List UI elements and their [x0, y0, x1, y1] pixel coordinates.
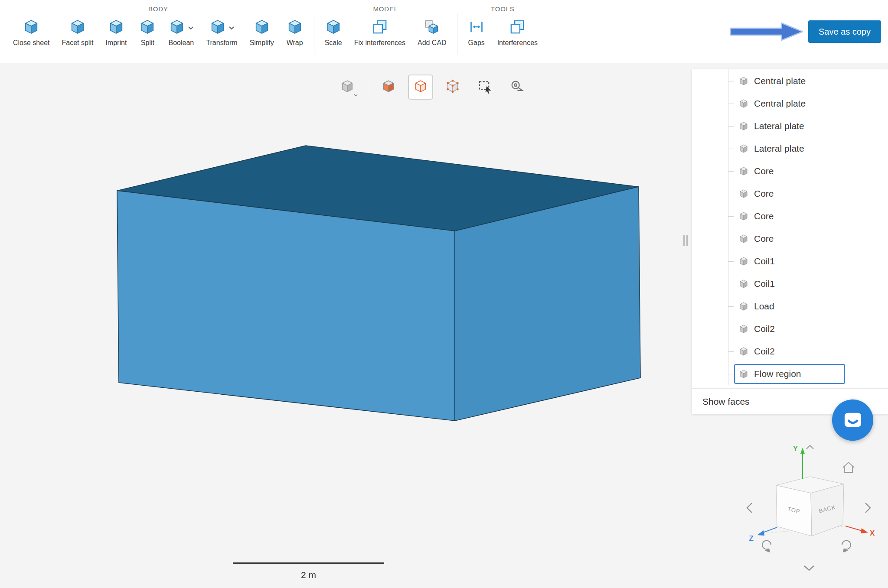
- tree-connector: [728, 284, 734, 284]
- fix-interferences-icon: [371, 18, 388, 37]
- z-axis: Z: [749, 527, 777, 543]
- tree-list: Central plateCentral plateLateral plateL…: [692, 70, 888, 385]
- save-as-copy-button[interactable]: Save as copy: [808, 20, 881, 43]
- view-navigation-gizmo[interactable]: TOP BACK Y X Z: [737, 435, 880, 578]
- chevron-down-icon[interactable]: [354, 94, 358, 97]
- toolbar-button-facet-split[interactable]: Facet split: [56, 16, 100, 49]
- tree-item-coil1[interactable]: Coil1: [692, 273, 888, 295]
- roll-cw-button[interactable]: [842, 540, 851, 552]
- body-cube-icon: [738, 76, 749, 86]
- chat-launcher-button[interactable]: [832, 400, 873, 441]
- tree-item-core[interactable]: Core: [692, 160, 888, 182]
- tree-connector: [728, 261, 734, 262]
- select-bodies-tool[interactable]: [335, 75, 360, 100]
- selection-mode-toolbar: [335, 75, 529, 100]
- tree-item-core[interactable]: Core: [692, 182, 888, 205]
- toolbar-separator: [457, 13, 457, 55]
- tree-item-coil1[interactable]: Coil1: [692, 250, 888, 273]
- toolbar-button-simplify[interactable]: Simplify: [244, 16, 280, 49]
- select-edges-tool[interactable]: [408, 75, 433, 100]
- toolbar-button-add-cad[interactable]: Add CAD: [411, 16, 453, 49]
- main-toolbar: BODYClose sheetFacet splitImprintSplitBo…: [0, 0, 888, 63]
- scale-bar-label: 2 m: [233, 570, 384, 580]
- simplify-icon: [253, 18, 271, 37]
- tree-connector: [728, 194, 734, 194]
- toolbar-button-split[interactable]: Split: [133, 16, 162, 49]
- roll-ccw-button[interactable]: [762, 540, 771, 552]
- toolbar-button-close-sheet[interactable]: Close sheet: [7, 16, 56, 49]
- measure-icon: [509, 79, 524, 95]
- facet-split-icon: [69, 18, 86, 37]
- wrap-icon: [286, 18, 304, 37]
- tree-connector: [728, 216, 734, 217]
- chevron-down-icon[interactable]: [229, 26, 235, 30]
- tree-connector: [728, 104, 734, 104]
- tree-item-lateral-plate[interactable]: Lateral plate: [692, 137, 888, 160]
- tree-item-core[interactable]: Core: [692, 205, 888, 227]
- body-cube-icon: [738, 188, 749, 199]
- select-edges-icon: [413, 79, 428, 95]
- panel-resize-handle[interactable]: [683, 235, 688, 246]
- home-view-button[interactable]: [843, 462, 854, 472]
- rotate-up-chevron[interactable]: [806, 445, 813, 449]
- toolbar-button-imprint[interactable]: Imprint: [99, 16, 133, 49]
- rotate-down-chevron[interactable]: [804, 566, 814, 570]
- body-cube-icon: [738, 301, 749, 312]
- x-axis: X: [846, 526, 875, 537]
- show-faces-label: Show faces: [702, 396, 750, 407]
- select-faces-icon: [381, 79, 396, 95]
- y-axis: Y: [793, 445, 805, 479]
- toolbar-group-label: BODY: [7, 5, 310, 16]
- scene-tree-panel: Central plateCentral plateLateral plateL…: [692, 69, 888, 414]
- rotate-left-chevron[interactable]: [747, 503, 752, 513]
- toolbar-group-model: MODELScaleFix interferencesAdd CAD: [319, 0, 453, 63]
- toolbar-button-gaps[interactable]: Gaps: [462, 16, 491, 49]
- select-bodies-icon: [340, 79, 355, 95]
- body-cube-icon: [738, 324, 749, 334]
- toolbar-right: Save as copy: [730, 20, 881, 43]
- toolbar-button-boolean[interactable]: Boolean: [162, 16, 200, 49]
- toolbar-group-label: TOOLS: [462, 5, 544, 16]
- toolbar-button-fix-interferences[interactable]: Fix interferences: [348, 16, 411, 49]
- scale-icon: [325, 18, 342, 37]
- select-vertices-tool[interactable]: [440, 75, 465, 100]
- box-select-tool[interactable]: [472, 75, 497, 100]
- y-axis-label: Y: [793, 445, 798, 453]
- body-cube-icon: [738, 346, 749, 357]
- tree-item-flow-region[interactable]: Flow region: [692, 363, 888, 385]
- annotation-arrow-icon: [730, 22, 804, 42]
- toolbar-button-transform[interactable]: Transform: [200, 16, 243, 49]
- tree-item-coil2[interactable]: Coil2: [692, 318, 888, 340]
- chevron-down-icon[interactable]: [188, 26, 194, 30]
- toolbar-group-label: MODEL: [319, 5, 453, 16]
- body-cube-icon: [738, 143, 749, 154]
- tree-item-central-plate[interactable]: Central plate: [692, 92, 888, 115]
- toolbar-button-interferences[interactable]: Interferences: [491, 16, 544, 49]
- tree-item-coil2[interactable]: Coil2: [692, 340, 888, 363]
- tree-item-lateral-plate[interactable]: Lateral plate: [692, 115, 888, 137]
- rotate-right-chevron[interactable]: [865, 503, 870, 513]
- scale-bar-line: [233, 562, 384, 564]
- body-cube-icon: [738, 211, 749, 221]
- toolbar-button-scale[interactable]: Scale: [319, 16, 348, 49]
- tree-item-core[interactable]: Core: [692, 227, 888, 250]
- toolbar-group-tools: TOOLSGapsInterferences: [462, 0, 544, 63]
- select-faces-tool[interactable]: [376, 75, 401, 100]
- gaps-icon: [468, 18, 485, 37]
- select-vertices-icon: [445, 79, 460, 95]
- box-select-icon: [477, 79, 492, 95]
- toolbar-button-wrap[interactable]: Wrap: [280, 16, 310, 49]
- tree-connector: [728, 329, 734, 329]
- model-box-front-face[interactable]: [117, 191, 455, 421]
- body-cube-icon: [738, 166, 749, 176]
- tree-item-load[interactable]: Load: [692, 295, 888, 318]
- measure-tool[interactable]: [504, 75, 529, 100]
- body-cube-icon: [738, 256, 749, 266]
- tree-connector: [728, 351, 734, 352]
- tree-item-central-plate[interactable]: Central plate: [692, 70, 888, 92]
- transform-icon: [209, 18, 226, 37]
- body-cube-icon: [738, 279, 749, 289]
- scale-bar: 2 m: [233, 562, 384, 580]
- split-icon: [139, 18, 156, 37]
- tree-connector: [728, 81, 734, 81]
